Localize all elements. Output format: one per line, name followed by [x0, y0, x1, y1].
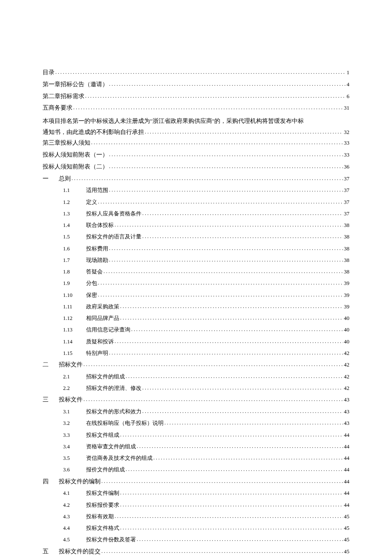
toc-entry: 2.2招标文件的澄清、修改...........................…	[63, 384, 349, 392]
toc-entry: 4.4投标文件格式...............................…	[63, 524, 349, 532]
toc-entry: 3.1投标文件的形式和效力...........................…	[63, 407, 349, 416]
toc-title: 招标文件的组成	[86, 373, 125, 381]
toc-title: 保密	[86, 291, 97, 299]
toc-leader-dots: ........................................…	[101, 548, 343, 555]
toc-entry: 第三章投标人须知................................…	[43, 139, 349, 147]
toc-title: 投标人应具备资格条件	[86, 210, 141, 218]
toc-leader-dots: ........................................…	[115, 513, 343, 520]
toc-leader-dots: ........................................…	[104, 268, 343, 275]
toc-number: 3.1	[63, 408, 86, 416]
toc-leader-dots: ........................................…	[85, 93, 346, 100]
toc-page-number: 42	[344, 372, 349, 381]
toc-number: 3.5	[63, 454, 86, 462]
toc-entry: 五商务要求...................................…	[43, 104, 349, 112]
toc-title: 招标文件的澄清、修改	[86, 384, 141, 392]
toc-title: 联合体投标	[86, 221, 114, 230]
toc-number: 二	[43, 360, 59, 369]
toc-page-number: 42	[344, 349, 349, 357]
toc-number: 1.4	[63, 221, 86, 230]
toc-title: 投标文件	[59, 395, 83, 404]
toc-number: 2.1	[63, 373, 86, 381]
toc-leader-dots: ........................................…	[109, 151, 343, 158]
toc-number: 1.3	[63, 210, 86, 218]
toc-page-number: 40	[344, 337, 349, 346]
toc-leader-dots: ........................................…	[120, 524, 343, 532]
toc-number: 3.3	[63, 431, 86, 439]
toc-title-line: 本项目排名第一的中标候选人未注册成为"浙江省政府果购供应商"的，采购代理机构将暂…	[43, 116, 349, 127]
toc-title: 资信商务及技术文件的组成	[86, 454, 153, 462]
toc-page-number: 42	[344, 384, 349, 392]
toc-number: 1.13	[63, 326, 86, 334]
toc-page-number: 45	[344, 547, 349, 555]
toc-leader-dots: ........................................…	[84, 361, 343, 368]
toc-title: 投标有效期	[86, 513, 114, 521]
toc-leader-dots: ........................................…	[115, 221, 343, 229]
toc-entry: 1.7现场踏勘.................................…	[63, 256, 349, 264]
toc-leader-dots: ........................................…	[84, 396, 343, 403]
toc-page-number: 44	[344, 442, 349, 451]
toc-page-number: 40	[344, 314, 349, 323]
toc-leader-dots: ........................................…	[120, 314, 343, 322]
toc-number: 3.4	[63, 443, 86, 451]
toc-leader-dots: ........................................…	[126, 466, 343, 473]
toc-number: 4.2	[63, 501, 86, 509]
toc-title: 通知书，由此造成的不利影响自行承担	[43, 127, 144, 138]
toc-title: 报价文件的组成	[86, 466, 125, 474]
toc-title: 招标文件	[59, 360, 83, 369]
toc-page-number: 4	[347, 80, 350, 89]
toc-leader-dots: ........................................…	[101, 478, 343, 485]
toc-title: 投标文件的形式和效力	[86, 408, 141, 416]
toc-title: 目录	[43, 68, 55, 77]
toc-entry: 1.5投标文件的语言及计量...........................…	[63, 232, 349, 241]
toc-title: 质疑和投诉	[86, 338, 114, 346]
toc-leader-dots: ........................................…	[137, 443, 343, 450]
toc-title: 投标文件的语言及计量	[86, 233, 141, 241]
toc-page-number: 44	[344, 454, 349, 462]
toc-page-number: 40	[344, 325, 349, 334]
toc-number: 四	[43, 477, 59, 486]
toc-leader-dots: ........................................…	[72, 175, 343, 182]
toc-title: 政府采购政策	[86, 303, 119, 311]
toc-leader-dots: ........................................…	[98, 279, 343, 287]
toc-title: 第一章招标公告（邀请）	[43, 80, 108, 89]
toc-leader-dots: ........................................…	[109, 349, 343, 357]
toc-entry: 投标人须知前附表（一）.............................…	[43, 151, 349, 159]
toc-leader-dots: ........................................…	[142, 233, 343, 240]
toc-leader-dots: ........................................…	[120, 431, 343, 439]
toc-number: 4.5	[63, 536, 86, 544]
toc-page-number: 44	[344, 501, 349, 509]
toc-number: 1.5	[63, 233, 86, 241]
toc-entry: 3.5资信商务及技术文件的组成.........................…	[63, 454, 349, 462]
toc-page-number: 43	[344, 407, 349, 416]
toc-leader-dots: ........................................…	[126, 373, 343, 380]
toc-entry: 2.1招标文件的组成..............................…	[63, 372, 349, 381]
toc-entry: 1.8答疑会..................................…	[63, 267, 349, 276]
toc-number: 3.2	[63, 419, 86, 427]
toc-entry: 第二章招标需求.................................…	[43, 92, 349, 101]
toc-leader-dots: ........................................…	[73, 104, 343, 111]
toc-entry: 1.3投标人应具备资格条件...........................…	[63, 209, 349, 218]
table-of-contents: 目录......................................…	[43, 68, 349, 555]
toc-page-number: 45	[344, 512, 349, 521]
toc-leader-dots: ........................................…	[115, 338, 343, 345]
toc-entry: 3.6报价文件的组成..............................…	[63, 465, 349, 474]
toc-title: 信用信息记录查询	[86, 326, 130, 334]
toc-leader-dots: ........................................…	[109, 245, 343, 252]
toc-leader-dots: ........................................…	[109, 163, 343, 170]
toc-entry: 3.4资格审查文件的组成............................…	[63, 442, 349, 451]
toc-page-number: 33	[344, 139, 349, 147]
toc-number: 一	[43, 174, 59, 183]
toc-entry: 4.1投标文件编制...............................…	[63, 489, 349, 497]
toc-title: 定义	[86, 198, 97, 206]
toc-number: 1.11	[63, 303, 86, 311]
toc-entry: 投标人须知前附表（二）.............................…	[43, 163, 349, 171]
toc-entry: 1.11政府采购政策..............................…	[63, 302, 349, 311]
toc-number: 1.2	[63, 198, 86, 206]
toc-number: 三	[43, 395, 59, 404]
toc-entry: 3.3投标文件组成...............................…	[63, 431, 349, 439]
toc-page-number: 38	[344, 244, 349, 253]
toc-entry: 本项目排名第一的中标候选人未注册成为"浙江省政府果购供应商"的，采购代理机构将暂…	[43, 116, 349, 137]
toc-leader-dots: ........................................…	[109, 81, 346, 88]
toc-page-number: 39	[344, 279, 349, 288]
toc-page-number: 38	[344, 221, 349, 230]
